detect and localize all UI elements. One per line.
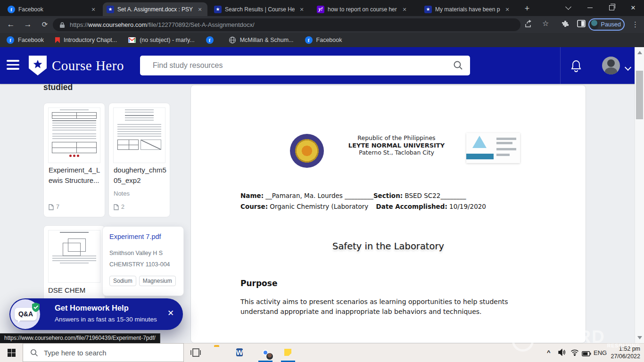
tab-close-icon[interactable]: ✕ bbox=[504, 6, 511, 13]
tray-chevron-up-icon[interactable]: ^ bbox=[547, 343, 551, 362]
taskbar-search-box[interactable] bbox=[23, 343, 184, 362]
tab-assignment-active[interactable]: ★ Set A. Assignment.docx : PSY ✕ bbox=[103, 2, 207, 16]
word-button[interactable]: W bbox=[236, 346, 243, 358]
tag-chip[interactable]: Sodium bbox=[109, 276, 136, 286]
university-seal-logo bbox=[290, 134, 324, 168]
start-button[interactable] bbox=[0, 343, 23, 362]
tab-strip: f Facebook ✕ ★ Set A. Assignment.docx : … bbox=[0, 0, 644, 16]
date-value: 10/19/2020 bbox=[449, 203, 486, 210]
related-doc-card-3[interactable]: DSE CHEM bbox=[43, 225, 105, 305]
forward-button[interactable]: → bbox=[22, 19, 34, 30]
doc-title[interactable]: DSE CHEM bbox=[48, 286, 85, 294]
gmail-icon bbox=[128, 37, 136, 43]
tab-yahoo-search[interactable]: y! how to report on course her ✕ bbox=[313, 2, 412, 16]
scroll-down-arrow-icon[interactable] bbox=[637, 336, 642, 339]
search-icon bbox=[30, 349, 38, 357]
doc-type-label: Notes bbox=[114, 190, 130, 197]
search-icon[interactable] bbox=[453, 60, 463, 73]
tab-search-results[interactable]: ★ Search Results | Course Hero ✕ bbox=[210, 2, 309, 16]
task-view-button[interactable] bbox=[190, 346, 202, 361]
tab-close-icon[interactable]: ✕ bbox=[298, 6, 305, 13]
doc-title[interactable]: dougherty_chm505_exp2 bbox=[114, 165, 167, 185]
address-bar[interactable]: https://www.coursehero.com/file/12277089… bbox=[53, 18, 520, 31]
document-name-line: Name: __Pamaran, Ma. Lourdes _________Se… bbox=[240, 192, 466, 199]
bookmark-facebook-2[interactable]: f bbox=[206, 36, 217, 44]
tab-title: how to report on course her bbox=[328, 6, 397, 13]
bookmark-mcmillan[interactable]: McMillan & Schum... bbox=[229, 36, 294, 44]
browser-menu-icon[interactable]: ⋮ bbox=[632, 20, 639, 29]
letterhead-line2: LEYTE NORMAL UNIVERSITY bbox=[335, 142, 458, 149]
clock-time: 1:52 pm bbox=[605, 345, 640, 353]
taskbar-clock[interactable]: 1:52 pm 27/06/2022 bbox=[605, 345, 640, 360]
section-value: BSED SC22________ bbox=[405, 192, 466, 199]
reload-button[interactable]: ⟳ bbox=[39, 19, 51, 30]
coursehero-wordmark: Course Hero bbox=[52, 58, 124, 74]
date-label: Date Accomplished: bbox=[376, 203, 447, 210]
preview-doc-link[interactable]: Experiment 7.pdf bbox=[109, 233, 161, 240]
related-doc-card-2[interactable]: dougherty_chm505_exp2 Notes 2 bbox=[108, 103, 170, 217]
coursehero-shield-icon bbox=[28, 55, 47, 76]
bookmark-facebook-3[interactable]: f Facebook bbox=[305, 36, 342, 44]
scrollbar-thumb[interactable] bbox=[636, 71, 643, 119]
wifi-icon[interactable] bbox=[570, 343, 579, 362]
tab-close-icon[interactable]: ✕ bbox=[196, 6, 204, 13]
page-count-value: 2 bbox=[121, 204, 124, 210]
tab-my-materials[interactable]: ★ My materials have been post ✕ bbox=[421, 2, 515, 16]
scroll-up-arrow-icon[interactable] bbox=[637, 51, 642, 54]
page-count-value: 7 bbox=[56, 204, 59, 210]
lock-icon bbox=[59, 22, 65, 28]
extensions-puzzle-icon[interactable] bbox=[561, 20, 570, 30]
facebook-icon: f bbox=[206, 36, 214, 44]
word-icon: W bbox=[236, 348, 243, 356]
profile-paused-button[interactable]: Paused bbox=[588, 18, 625, 31]
bookmark-label: Facebook bbox=[316, 37, 342, 43]
window-minimize-button[interactable] bbox=[579, 0, 601, 15]
clock-date: 27/06/2022 bbox=[605, 353, 640, 360]
site-search-box[interactable] bbox=[140, 56, 470, 75]
site-search-input[interactable] bbox=[140, 56, 470, 75]
new-tab-button[interactable]: + bbox=[521, 3, 533, 15]
notifications-bell-icon[interactable] bbox=[570, 59, 582, 74]
coursehero-logo[interactable]: Course Hero bbox=[28, 55, 124, 76]
volume-icon[interactable] bbox=[558, 343, 566, 362]
tab-search-chevron-icon[interactable] bbox=[557, 0, 579, 15]
tab-close-icon[interactable]: ✕ bbox=[401, 6, 408, 13]
user-avatar[interactable] bbox=[602, 57, 620, 74]
coursehero-favicon-icon: ★ bbox=[424, 6, 432, 13]
popup-close-icon[interactable]: ✕ bbox=[165, 308, 176, 319]
related-doc-card-1[interactable]: Experiment_4_Lewis Structure... 7 bbox=[43, 103, 105, 217]
bookmark-star-icon[interactable]: ☆ bbox=[542, 19, 549, 28]
taskbar-search-input[interactable] bbox=[43, 348, 158, 357]
window-restore-button[interactable] bbox=[601, 0, 622, 15]
hamburger-menu-icon[interactable] bbox=[7, 60, 19, 72]
window-close-button[interactable]: ✕ bbox=[622, 0, 644, 15]
back-button[interactable]: ← bbox=[5, 19, 17, 30]
bookmarks-bar: f Facebook Introductory Chapt... (no sub… bbox=[0, 33, 644, 47]
bookmark-introductory[interactable]: Introductory Chapt... bbox=[55, 37, 117, 43]
preview-school: Smithson Valley H S bbox=[109, 250, 163, 256]
url-scheme: https:// bbox=[70, 21, 88, 28]
preview-course: CHEMISTRY 1103-004 bbox=[109, 261, 170, 268]
tab-title: Facebook bbox=[18, 6, 86, 13]
language-indicator[interactable]: ENG bbox=[594, 343, 607, 362]
tab-facebook[interactable]: f Facebook ✕ bbox=[4, 2, 101, 16]
bookmark-gmail[interactable]: (no subject) - marly... bbox=[128, 37, 194, 43]
doc-title[interactable]: Experiment_4_Lewis Structure... bbox=[49, 165, 102, 185]
accreditation-logo bbox=[466, 133, 520, 163]
side-panel-icon[interactable] bbox=[577, 20, 586, 29]
globe-icon bbox=[229, 36, 236, 44]
tab-close-icon[interactable]: ✕ bbox=[90, 6, 97, 13]
document-page: Republic of the Philippines LEYTE NORMAL… bbox=[190, 85, 586, 343]
coursehero-favicon-icon: ★ bbox=[214, 6, 222, 13]
facebook-icon: f bbox=[305, 36, 313, 44]
tag-chip[interactable]: Magnesium bbox=[139, 276, 176, 286]
preview-tags: Sodium Magnesium bbox=[109, 276, 176, 286]
battery-icon[interactable] bbox=[582, 343, 591, 362]
profile-chevron-down-icon[interactable] bbox=[626, 63, 630, 72]
doc-preview-popup: Experiment 7.pdf Smithson Valley H S CHE… bbox=[102, 226, 184, 296]
page-scrollbar[interactable] bbox=[635, 47, 644, 343]
status-bar-url: https://www.coursehero.com/file/71960439… bbox=[0, 333, 160, 344]
bookmark-facebook[interactable]: f Facebook bbox=[7, 36, 44, 44]
share-icon[interactable] bbox=[524, 20, 533, 30]
homework-help-popup[interactable]: Q&A Get Homework Help Answers in as fast… bbox=[9, 298, 183, 330]
